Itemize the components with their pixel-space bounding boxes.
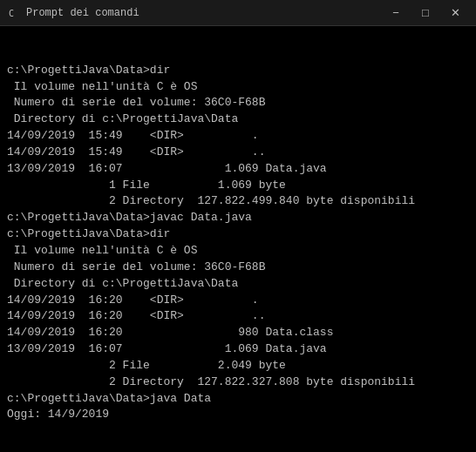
terminal-line: 14/09/2019 15:49 <DIR> .. bbox=[7, 145, 469, 161]
terminal-line: 1 File 1.069 byte bbox=[7, 178, 469, 194]
terminal-line: 14/09/2019 16:20 <DIR> .. bbox=[7, 308, 469, 325]
terminal-line: 2 Directory 127.822.327.808 byte disponi… bbox=[7, 374, 469, 391]
window-controls: − □ ✕ bbox=[382, 2, 469, 24]
svg-text:C: C bbox=[9, 9, 14, 18]
titlebar: C Prompt dei comandi − □ ✕ bbox=[0, 0, 476, 26]
close-button[interactable]: ✕ bbox=[441, 2, 469, 24]
terminal-line: Oggi: 14/9/2019 bbox=[7, 407, 469, 423]
terminal-line: c:\ProgettiJava\Data>dir bbox=[7, 63, 469, 79]
terminal-line: 14/09/2019 15:49 <DIR> . bbox=[7, 128, 469, 145]
terminal-line: c:\ProgettiJava\Data>javac Data.java bbox=[7, 210, 469, 226]
terminal-line: 2 File 2.049 byte bbox=[7, 358, 469, 374]
window-title: Prompt dei comandi bbox=[26, 7, 382, 19]
app-icon: C bbox=[7, 6, 21, 20]
terminal-line: 14/09/2019 16:20 980 Data.class bbox=[7, 325, 469, 341]
terminal-line: 13/09/2019 16:07 1.069 Data.java bbox=[7, 161, 469, 178]
terminal-output[interactable]: c:\ProgettiJava\Data>dir Il volume nell'… bbox=[0, 26, 476, 452]
terminal-line: Il volume nell'unità C è OS bbox=[7, 79, 469, 96]
terminal-line: 14/09/2019 16:20 <DIR> . bbox=[7, 293, 469, 309]
cmd-window: C Prompt dei comandi − □ ✕ c:\ProgettiJa… bbox=[0, 0, 476, 452]
maximize-button[interactable]: □ bbox=[411, 2, 439, 24]
terminal-line: Numero di serie del volume: 36C0-F68B bbox=[7, 260, 469, 276]
terminal-line: c:\ProgettiJava\Data>dir bbox=[7, 226, 469, 243]
terminal-line: Directory di c:\ProgettiJava\Data bbox=[7, 111, 469, 128]
terminal-line: Numero di serie del volume: 36C0-F68B bbox=[7, 95, 469, 111]
terminal-line: Il volume nell'unità C è OS bbox=[7, 243, 469, 260]
terminal-line: Directory di c:\ProgettiJava\Data bbox=[7, 276, 469, 293]
terminal-line: 2 Directory 127.822.499.840 byte disponi… bbox=[7, 193, 469, 210]
terminal-line: c:\ProgettiJava\Data>java Data bbox=[7, 391, 469, 408]
terminal-line: 13/09/2019 16:07 1.069 Data.java bbox=[7, 341, 469, 358]
minimize-button[interactable]: − bbox=[382, 2, 410, 24]
